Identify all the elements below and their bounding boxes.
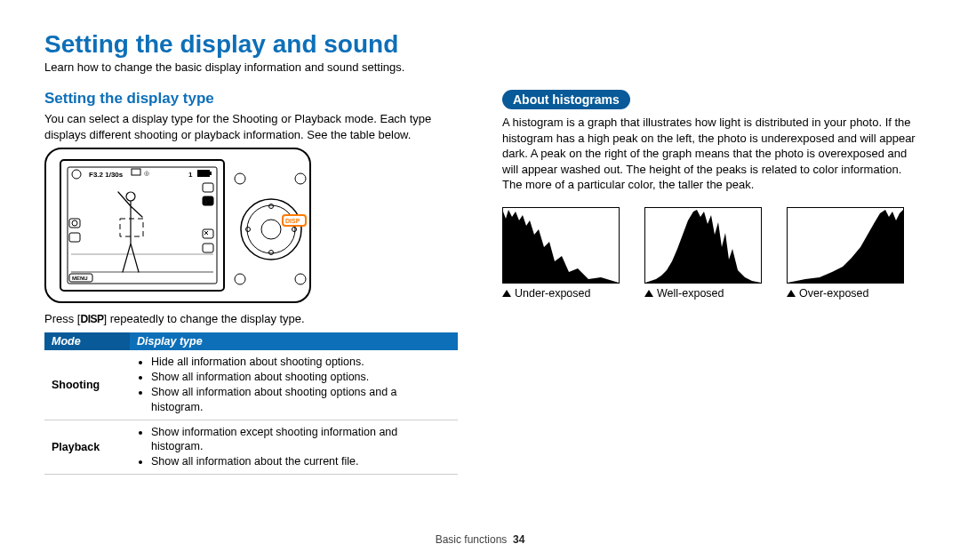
table-row: Playback Show information except shootin… — [44, 420, 458, 475]
about-histograms-pill: About histograms — [502, 90, 630, 109]
svg-point-26 — [261, 220, 281, 239]
histogram-graph-under — [502, 207, 620, 284]
list-item: Show all information about the current f… — [151, 454, 451, 469]
type-cell: Show information except shooting informa… — [130, 420, 458, 475]
mode-cell: Shooting — [44, 350, 130, 420]
disp-button-icon: DISP — [80, 313, 103, 325]
press-prefix: Press [ — [44, 312, 80, 325]
list-item: Show all information about shooting opti… — [151, 370, 451, 385]
page-number: 34 — [513, 533, 524, 546]
caption-text: Well-exposed — [657, 287, 724, 300]
page: Setting the display and sound Learn how … — [0, 0, 960, 560]
right-column: About histograms A histogram is a graph … — [502, 90, 916, 475]
table-row: Shooting Hide all information about shoo… — [44, 350, 458, 420]
caption-text: Over-exposed — [799, 287, 869, 300]
left-column: Setting the display type You can select … — [44, 90, 458, 475]
camera-illustration: F3.2 1/30s ◎ 1 P — [44, 148, 311, 303]
svg-point-18 — [126, 192, 135, 201]
press-instruction: Press [DISP] repeatedly to change the di… — [44, 312, 458, 325]
svg-rect-9 — [210, 172, 212, 175]
svg-text:◎: ◎ — [144, 170, 149, 176]
caption-text: Under-exposed — [515, 287, 590, 300]
svg-text:DISP: DISP — [285, 218, 300, 224]
svg-text:P: P — [205, 198, 210, 204]
histogram-well: Well-exposed — [644, 207, 760, 300]
histogram-caption: Over-exposed — [787, 287, 902, 300]
section-subtitle: Setting the display type — [44, 90, 458, 108]
triangle-icon — [787, 290, 796, 297]
svg-text:F3.2 1/30s: F3.2 1/30s — [89, 171, 124, 179]
svg-text:MENU: MENU — [72, 276, 88, 281]
svg-marker-38 — [645, 210, 761, 283]
svg-text:1: 1 — [188, 171, 193, 179]
mode-cell: Playback — [44, 420, 130, 475]
section-paragraph: You can select a display type for the Sh… — [44, 111, 458, 142]
histogram-paragraph: A histogram is a graph that illustrates … — [502, 115, 916, 193]
triangle-icon — [644, 290, 653, 297]
histogram-caption: Well-exposed — [644, 287, 760, 300]
histogram-graph-well — [644, 207, 762, 284]
table-header-type: Display type — [130, 332, 458, 350]
display-type-table: Mode Display type Shooting Hide all info… — [44, 332, 458, 475]
svg-marker-39 — [788, 210, 903, 283]
svg-point-34 — [295, 173, 306, 184]
list-item: Show all information about shooting opti… — [151, 385, 451, 415]
histogram-caption: Under-exposed — [502, 287, 618, 300]
histogram-over: Over-exposed — [787, 207, 902, 300]
svg-point-36 — [295, 274, 306, 284]
histogram-under: Under-exposed — [502, 207, 618, 300]
press-suffix: ] repeatedly to change the display type. — [103, 312, 304, 325]
svg-marker-37 — [503, 210, 619, 283]
type-cell: Hide all information about shooting opti… — [130, 350, 458, 420]
footer-section: Basic functions — [436, 533, 508, 546]
svg-point-33 — [235, 173, 245, 184]
histogram-row: Under-exposed Well-exposed — [502, 207, 916, 300]
svg-rect-2 — [68, 167, 217, 284]
svg-point-35 — [235, 274, 245, 284]
footer: Basic functions 34 — [0, 533, 960, 546]
triangle-icon — [502, 290, 511, 297]
list-item: Hide all information about shooting opti… — [151, 355, 451, 370]
table-header-mode: Mode — [44, 332, 130, 350]
page-title: Setting the display and sound — [44, 30, 916, 59]
list-item: Show information except shooting informa… — [151, 425, 451, 455]
columns: Setting the display type You can select … — [44, 90, 916, 475]
intro-text: Learn how to change the basic display in… — [44, 60, 916, 74]
svg-rect-8 — [197, 170, 210, 177]
histogram-graph-over — [787, 207, 904, 284]
